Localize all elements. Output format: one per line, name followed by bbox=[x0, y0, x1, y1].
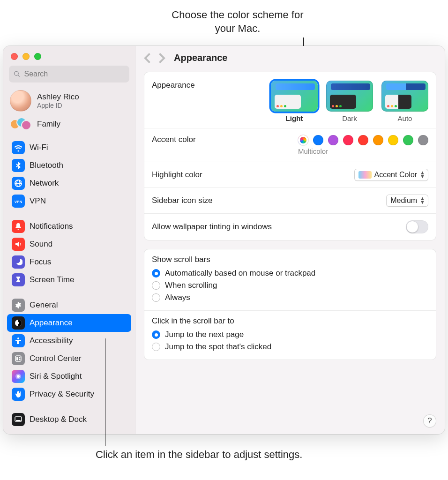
avatar bbox=[10, 90, 31, 112]
sidebar-item-label: Desktop & Dock bbox=[30, 415, 87, 424]
vpn-icon: VPN bbox=[12, 195, 25, 208]
accent-swatch-4[interactable] bbox=[358, 135, 368, 145]
scroll-click-option-0[interactable]: Jump to the next page bbox=[152, 329, 428, 341]
page-title: Appearance bbox=[174, 52, 228, 63]
theme-thumb-icon bbox=[326, 81, 373, 112]
scroll-show-option-2[interactable]: Always bbox=[152, 292, 428, 304]
bluetooth-icon bbox=[12, 159, 25, 172]
sidebar-item-privacy-security[interactable]: Privacy & Security bbox=[7, 385, 131, 403]
sidebar-item-label: Bluetooth bbox=[30, 161, 63, 170]
sidebar-item-label: VPN bbox=[30, 196, 46, 206]
svg-rect-4 bbox=[15, 356, 21, 361]
chevron-updown-icon: ▲▼ bbox=[420, 197, 425, 204]
sidebar-item-family[interactable]: Family bbox=[3, 114, 135, 137]
accent-swatch-7[interactable] bbox=[403, 135, 413, 145]
sidebar-item-control-center[interactable]: Control Center bbox=[7, 350, 131, 368]
radio-label: Jump to the next page bbox=[165, 330, 244, 339]
wallpaper-tinting-switch[interactable] bbox=[406, 220, 428, 233]
accent-swatch-6[interactable] bbox=[388, 135, 398, 145]
nav-back-button[interactable] bbox=[144, 53, 150, 63]
siri-icon bbox=[12, 370, 25, 383]
search-input[interactable] bbox=[24, 70, 125, 78]
sidebar-item-bluetooth[interactable]: Bluetooth bbox=[7, 157, 131, 174]
sidebar-item-label: Sound bbox=[30, 240, 52, 249]
svg-rect-5 bbox=[16, 357, 18, 360]
family-icon bbox=[10, 117, 31, 131]
callout-line-bottom bbox=[105, 338, 105, 446]
accent-swatch-5[interactable] bbox=[373, 135, 383, 145]
accessibility-icon bbox=[12, 334, 25, 347]
accent-swatch-8[interactable] bbox=[418, 135, 428, 145]
theme-thumb-icon bbox=[271, 81, 318, 112]
sidebar-icon-size-popup[interactable]: Medium ▲▼ bbox=[386, 195, 428, 207]
sidebar-item-label: Screen Time bbox=[30, 275, 74, 285]
sidebar-item-accessibility[interactable]: Accessibility bbox=[7, 332, 131, 350]
accent-swatch-1[interactable] bbox=[313, 135, 323, 145]
accent-swatch-0[interactable] bbox=[298, 135, 308, 145]
sidebar-item-sound[interactable]: Sound bbox=[7, 235, 131, 253]
sidebar-icon-size-value: Medium bbox=[390, 196, 417, 205]
nav-forward-button[interactable] bbox=[159, 53, 165, 63]
accent-swatch-3[interactable] bbox=[343, 135, 353, 145]
control-icon bbox=[12, 352, 25, 365]
sidebar-item-label: Wi-Fi bbox=[30, 143, 48, 152]
sidebar-item-general[interactable]: General bbox=[7, 296, 131, 314]
scroll-bars-group: Show scroll bars Automatically based on … bbox=[144, 249, 436, 310]
radio-icon bbox=[152, 343, 160, 351]
appearance-option-auto[interactable]: Auto bbox=[381, 81, 428, 122]
sidebar-item-appearance[interactable]: Appearance bbox=[7, 314, 131, 332]
sidebar-item-vpn[interactable]: VPNVPN bbox=[7, 192, 131, 210]
accent-color-row: Accent color Multicolor bbox=[144, 128, 436, 162]
theme-name-label: Dark bbox=[326, 114, 373, 122]
scroll-click-title: Click in the scroll bar to bbox=[152, 316, 428, 326]
wallpaper-tinting-row: Allow wallpaper tinting in windows bbox=[144, 214, 436, 240]
svg-text:VPN: VPN bbox=[15, 200, 22, 204]
settings-window: Ashley Rico Apple ID Family Wi-FiBluetoo… bbox=[3, 46, 445, 434]
callout-top: Choose the color scheme for your Mac. bbox=[165, 8, 310, 35]
scroll-show-option-1[interactable]: When scrolling bbox=[152, 279, 428, 292]
window-controls bbox=[3, 46, 135, 65]
svg-point-3 bbox=[17, 338, 19, 339]
content-pane: Appearance Appearance LightDarkAuto Acce… bbox=[135, 46, 445, 434]
wallpaper-tinting-label: Allow wallpaper tinting in windows bbox=[152, 222, 272, 232]
sidebar-item-label: Notifications bbox=[30, 222, 73, 231]
scroll-show-option-0[interactable]: Automatically based on mouse or trackpad bbox=[152, 267, 428, 279]
sidebar-item-apple-id[interactable]: Ashley Rico Apple ID bbox=[3, 87, 135, 114]
sidebar-item-focus[interactable]: Focus bbox=[7, 253, 131, 271]
user-name: Ashley Rico bbox=[37, 92, 79, 102]
search-field[interactable] bbox=[9, 66, 129, 82]
accent-color-label: Accent color bbox=[152, 135, 196, 144]
highlight-color-label: Highlight color bbox=[152, 170, 202, 180]
appearance-icon bbox=[12, 316, 25, 330]
sidebar-item-label: General bbox=[30, 300, 58, 310]
network-icon bbox=[12, 177, 25, 190]
appearance-option-light[interactable]: Light bbox=[271, 81, 318, 122]
hourglass-icon bbox=[12, 273, 25, 286]
sidebar-item-label: Siri & Spotlight bbox=[30, 372, 82, 381]
scroll-click-group: Click in the scroll bar to Jump to the n… bbox=[144, 310, 436, 360]
highlight-color-popup[interactable]: Accent Color ▲▼ bbox=[354, 169, 428, 181]
radio-label: Automatically based on mouse or trackpad bbox=[165, 269, 315, 278]
sidebar-item-siri-spotlight[interactable]: Siri & Spotlight bbox=[7, 368, 131, 385]
appearance-panel: Appearance LightDarkAuto Accent color Mu… bbox=[144, 72, 436, 240]
minimize-window-button[interactable] bbox=[22, 53, 30, 60]
appearance-option-dark[interactable]: Dark bbox=[326, 81, 373, 122]
sidebar-item-label: Control Center bbox=[30, 354, 82, 363]
scroll-click-option-1[interactable]: Jump to the spot that's clicked bbox=[152, 341, 428, 353]
accent-swatch-2[interactable] bbox=[328, 135, 338, 145]
dock-icon bbox=[12, 413, 25, 426]
close-window-button[interactable] bbox=[11, 53, 18, 60]
sound-icon bbox=[12, 238, 25, 251]
accent-color-swatches bbox=[298, 135, 428, 145]
fullscreen-window-button[interactable] bbox=[34, 53, 41, 60]
sidebar-item-network[interactable]: Network bbox=[7, 174, 131, 192]
sidebar-item-wi-fi[interactable]: Wi-Fi bbox=[7, 139, 131, 157]
radio-label: Jump to the spot that's clicked bbox=[165, 342, 271, 352]
svg-point-9 bbox=[17, 375, 20, 378]
sidebar-item-notifications[interactable]: Notifications bbox=[7, 218, 131, 235]
sidebar-item-desktop-dock[interactable]: Desktop & Dock bbox=[7, 411, 131, 428]
sidebar-item-screen-time[interactable]: Screen Time bbox=[7, 271, 131, 289]
help-button[interactable]: ? bbox=[423, 414, 436, 428]
gear-icon bbox=[12, 299, 25, 312]
family-label: Family bbox=[37, 120, 60, 129]
